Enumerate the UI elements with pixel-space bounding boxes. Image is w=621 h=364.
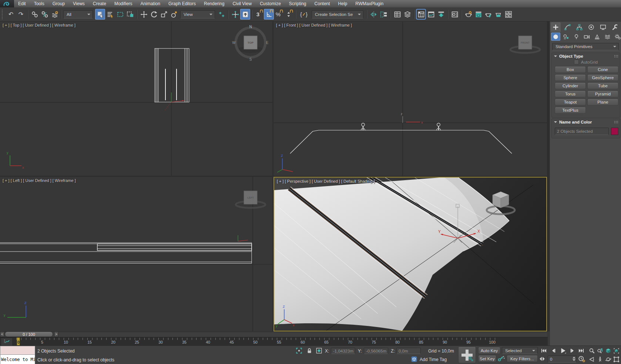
viewport-top-canvas[interactable] [0,21,272,176]
rollout-grip-icon[interactable] [614,55,618,57]
category-spacewarps[interactable] [603,33,612,41]
track-bar[interactable]: 0510152025303540455055606570758085909510… [0,337,548,346]
tab-utilities[interactable] [610,22,620,32]
viewport-front-label[interactable]: [ + ] [ Front ] [ User Defined ] [ Wiref… [276,23,352,27]
angle-snap-button[interactable] [264,9,274,20]
current-frame-field[interactable]: 0 [548,355,577,363]
key-step-toggle[interactable] [539,356,546,361]
viewcube-left[interactable] [236,191,265,208]
key-selection-dropdown[interactable]: Selected [502,347,538,354]
orbit-button[interactable] [604,355,612,363]
category-lights[interactable] [572,33,581,41]
maximize-viewport-button[interactable] [612,355,620,363]
menu-item[interactable]: Edit [14,0,30,7]
go-to-end-button[interactable] [577,347,585,354]
zoom-all-button[interactable] [596,347,604,354]
primitive-category-dropdown[interactable]: Standard Primitives [552,43,619,50]
field-of-view-button[interactable] [588,355,596,363]
curve-editor-button[interactable] [426,9,436,20]
align-button[interactable] [379,9,389,20]
select-rotate-button[interactable] [149,9,159,20]
front-wireframe-object[interactable] [290,123,512,154]
viewport-left[interactable]: LEFT Z y [ + ] [ Left ] [ User Defined ]… [0,177,272,331]
object-type-button[interactable]: Tube [587,82,618,89]
z-coord-field[interactable]: 0,0m [396,348,421,354]
bind-spacewarp-button[interactable] [50,9,60,20]
select-region-button[interactable] [115,9,125,20]
menu-item[interactable]: Tools [30,0,48,7]
menu-item[interactable]: Graph Editors [164,0,200,7]
add-time-tag-label[interactable]: Add Time Tag [420,357,447,362]
viewport-perspective-label[interactable]: [ + ] [ Perspective ] [ User Defined ] [… [277,179,375,183]
select-scale-button[interactable] [159,9,169,20]
redo-button[interactable]: ↷ [16,9,26,20]
set-key-button[interactable]: Set Key [478,355,496,362]
category-geometry[interactable] [551,33,560,41]
category-helpers[interactable] [593,33,602,41]
mini-curve-editor-button[interactable] [1,338,13,346]
viewport-top[interactable]: TOP N E S W y x [ + ] [ Top ] [ User Def… [0,21,272,176]
tab-modify[interactable] [563,22,573,32]
y-coord-field[interactable]: -0,56065m [364,348,388,354]
rail-post-right[interactable] [436,123,441,130]
viewport-front[interactable]: FRONT z x Z [ + ] [ Front ] [ User Defin… [273,21,547,176]
selection-lock-button[interactable] [306,347,313,354]
object-type-button[interactable]: Cone [587,66,618,73]
window-crossing-button[interactable] [125,9,135,20]
menu-item[interactable]: Animation [137,0,164,7]
previous-frame-button[interactable]: < [0,331,4,337]
object-type-button[interactable]: Sphere [555,74,586,81]
named-sets-button[interactable]: { } [298,9,310,20]
key-mode-toggle-button[interactable] [497,355,505,362]
toolbar-drag-handle[interactable] [2,10,5,19]
time-configuration-button[interactable] [578,355,585,363]
zoom-extents-all-button[interactable] [612,347,620,354]
set-keys-button[interactable] [458,347,476,363]
menu-item[interactable]: Rendering [200,0,228,7]
absolute-mode-button[interactable] [316,347,322,354]
maxscript-mini-listener[interactable]: Welcome to Mi [0,355,35,364]
menu-item[interactable]: Help [334,0,352,7]
snap-toggle-button[interactable]: 3 [254,9,264,20]
render-setup-button[interactable] [463,9,473,20]
selection-filter-dropdown[interactable]: All [63,10,93,18]
menu-item[interactable]: Group [48,0,69,7]
isolate-selection-button[interactable] [296,347,302,354]
viewport-perspective-canvas[interactable] [274,178,546,331]
zoom-button[interactable] [588,347,596,354]
object-color-swatch[interactable] [611,128,618,135]
percent-snap-button[interactable]: % [274,9,284,20]
category-shapes[interactable] [561,33,571,41]
viewport-perspective[interactable]: Y X z Z y x [ + ] [ Perspective ] [ User… [273,177,547,331]
ribbon-toggle-button[interactable] [416,9,426,20]
named-sets-dropdown[interactable]: Create Selection Se [312,10,363,18]
left-wireframe-object[interactable] [0,243,252,263]
render-gallery-button[interactable] [503,9,513,20]
schematic-view-button[interactable] [436,9,446,20]
menu-item[interactable]: Civil View [228,0,256,7]
tab-hierarchy[interactable] [574,22,584,32]
spinner-snap-button[interactable] [284,9,294,20]
render-cloud-button[interactable] [493,9,503,20]
render-production-button[interactable] [483,9,493,20]
unlink-button[interactable] [40,9,50,20]
add-time-tag-button[interactable] [411,356,417,363]
time-slider-handle[interactable]: 0 / 100 [5,331,53,337]
object-type-button[interactable]: Pyramid [587,91,618,97]
menu-item[interactable]: Modifiers [110,0,137,7]
mirror-button[interactable] [369,9,379,20]
undo-button[interactable]: ↶ [6,9,16,20]
go-to-start-button[interactable] [540,347,548,354]
menu-item[interactable]: Views [69,0,89,7]
scene-explorer-button[interactable] [392,9,402,20]
autogrid-checkbox[interactable] [574,60,579,64]
viewport-top-label[interactable]: [ + ] [ Top ] [ User Defined ] [ Wirefra… [3,23,75,27]
pivot-center-button[interactable] [216,9,226,20]
tab-create[interactable] [551,22,561,32]
rail-post-left[interactable] [361,123,365,130]
play-button[interactable] [558,347,568,354]
object-type-button[interactable]: TextPlus [555,107,586,114]
select-object-button[interactable] [95,9,105,20]
object-type-button[interactable]: Plane [587,99,618,105]
select-by-name-button[interactable] [105,9,115,20]
